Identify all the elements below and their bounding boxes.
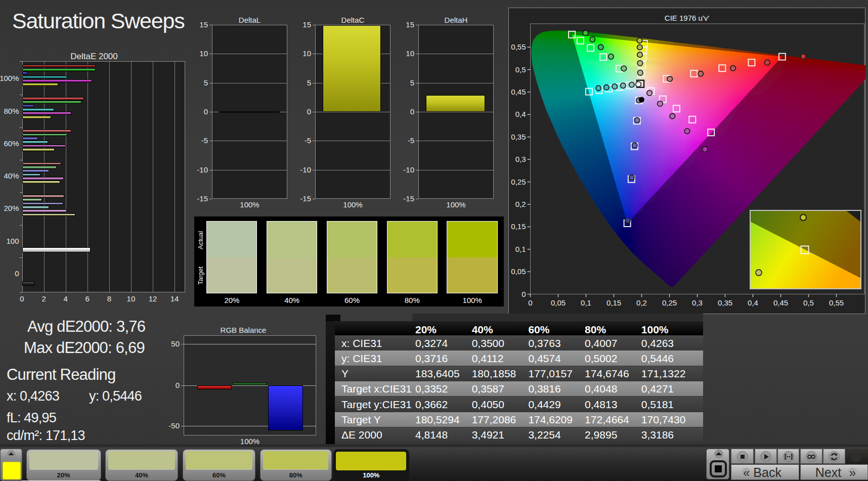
svg-text:0,35: 0,35 (718, 298, 732, 307)
svg-text:0,3: 0,3 (692, 298, 703, 307)
svg-text:0,4: 0,4 (515, 110, 526, 118)
svg-text:0,45: 0,45 (511, 88, 526, 96)
svg-text:0,05: 0,05 (511, 267, 526, 276)
svg-text:0,55: 0,55 (829, 298, 844, 307)
svg-text:0,2: 0,2 (636, 298, 647, 307)
svg-text:CIE 1976 u'v': CIE 1976 u'v' (665, 14, 709, 22)
svg-text:0,55: 0,55 (511, 42, 526, 51)
svg-text:0,35: 0,35 (511, 133, 526, 141)
svg-text:0,05: 0,05 (551, 298, 566, 307)
svg-text:0,25: 0,25 (662, 298, 677, 307)
svg-text:0,4: 0,4 (748, 298, 758, 307)
svg-text:0,15: 0,15 (511, 222, 526, 231)
svg-text:0: 0 (522, 290, 526, 298)
svg-text:0,3: 0,3 (515, 155, 526, 163)
svg-text:0: 0 (528, 298, 532, 307)
svg-text:0,25: 0,25 (511, 178, 526, 186)
svg-text:0,5: 0,5 (515, 65, 526, 74)
svg-text:0,1: 0,1 (581, 298, 591, 307)
svg-text:0,15: 0,15 (606, 298, 621, 307)
svg-text:0,2: 0,2 (515, 200, 526, 208)
svg-text:0,1: 0,1 (515, 245, 526, 253)
svg-text:0,45: 0,45 (773, 298, 788, 307)
svg-text:0,5: 0,5 (803, 298, 814, 307)
